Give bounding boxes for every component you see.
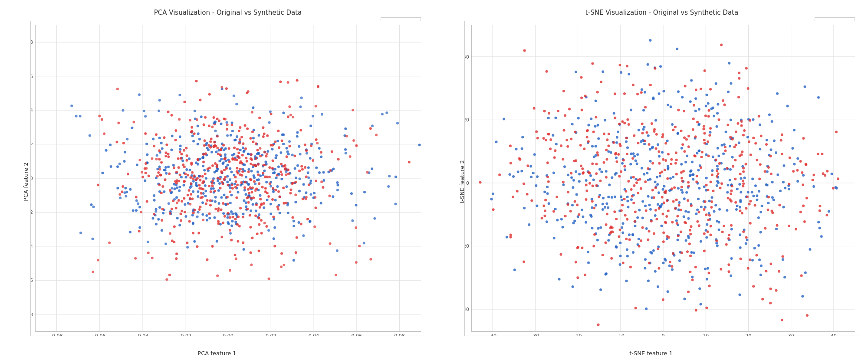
svg-point-1042 <box>776 173 779 176</box>
svg-point-793 <box>249 226 252 229</box>
svg-point-1634 <box>749 222 752 225</box>
svg-point-270 <box>245 201 247 204</box>
svg-point-1491 <box>714 204 717 206</box>
svg-point-373 <box>275 154 278 157</box>
svg-point-786 <box>203 144 206 147</box>
svg-point-1068 <box>632 152 635 155</box>
svg-point-1857 <box>574 200 576 203</box>
svg-point-719 <box>216 118 219 120</box>
svg-point-1485 <box>689 100 692 103</box>
svg-point-1176 <box>760 211 762 213</box>
svg-point-944 <box>224 118 227 121</box>
svg-point-1135 <box>756 199 758 201</box>
svg-point-484 <box>286 155 288 158</box>
svg-point-1721 <box>700 166 702 169</box>
svg-point-1833 <box>742 230 745 233</box>
svg-point-770 <box>250 157 252 160</box>
svg-point-423 <box>207 148 210 151</box>
svg-point-1338 <box>700 240 702 243</box>
svg-point-230 <box>250 209 252 212</box>
svg-point-1889 <box>641 122 644 125</box>
svg-point-788 <box>264 175 266 178</box>
svg-point-1996 <box>748 141 750 143</box>
svg-point-531 <box>240 174 243 177</box>
svg-point-622 <box>236 167 238 170</box>
svg-point-539 <box>178 199 180 202</box>
svg-point-1623 <box>556 196 558 198</box>
svg-point-1577 <box>680 130 683 132</box>
svg-point-2009 <box>781 255 784 258</box>
svg-point-1586 <box>715 239 718 242</box>
svg-point-410 <box>197 195 199 198</box>
svg-point-1522 <box>707 155 710 157</box>
svg-point-1118 <box>614 196 616 198</box>
svg-point-1896 <box>614 153 617 155</box>
svg-point-1817 <box>554 149 556 152</box>
svg-point-870 <box>373 217 376 220</box>
svg-point-1462 <box>698 287 701 290</box>
svg-point-1895 <box>597 324 600 326</box>
svg-point-779 <box>191 198 194 200</box>
svg-point-73 <box>229 202 232 204</box>
svg-point-1658 <box>687 135 690 137</box>
svg-point-1151 <box>705 154 708 156</box>
svg-point-263 <box>158 206 161 209</box>
svg-point-462 <box>259 155 262 157</box>
svg-point-1803 <box>618 123 621 125</box>
svg-point-1257 <box>760 265 763 267</box>
svg-point-1844 <box>671 187 673 190</box>
svg-point-1175 <box>647 134 650 137</box>
svg-point-1980 <box>709 88 712 91</box>
svg-point-1188 <box>669 177 672 180</box>
svg-point-1677 <box>712 190 715 192</box>
svg-point-574 <box>274 141 276 143</box>
svg-point-1742 <box>696 175 698 177</box>
svg-point-1686 <box>593 233 596 236</box>
svg-point-1297 <box>621 162 624 165</box>
svg-point-1376 <box>771 196 774 199</box>
svg-point-370 <box>286 147 288 150</box>
svg-point-1511 <box>681 147 683 150</box>
svg-point-728 <box>190 131 193 133</box>
svg-point-453 <box>187 174 189 177</box>
svg-text:0.06: 0.06 <box>31 74 33 79</box>
svg-point-1448 <box>654 181 657 183</box>
svg-point-568 <box>177 157 180 160</box>
svg-point-922 <box>97 259 99 262</box>
svg-point-1530 <box>704 200 707 203</box>
svg-point-1195 <box>521 136 524 138</box>
svg-point-1476 <box>632 251 635 254</box>
svg-point-1095 <box>668 265 671 267</box>
svg-point-612 <box>174 139 177 141</box>
svg-point-678 <box>301 168 304 171</box>
svg-text:-0.02: -0.02 <box>179 333 191 336</box>
svg-point-987 <box>145 167 148 170</box>
svg-point-1728 <box>742 134 745 137</box>
svg-point-184 <box>279 212 281 214</box>
svg-point-513 <box>173 226 176 228</box>
svg-point-1799 <box>717 173 720 175</box>
svg-point-326 <box>220 123 223 125</box>
svg-point-918 <box>138 159 141 161</box>
svg-point-1291 <box>617 131 619 133</box>
svg-text:0: 0 <box>662 333 665 336</box>
svg-point-743 <box>164 178 167 181</box>
svg-point-1687 <box>587 140 590 143</box>
svg-point-1384 <box>730 118 732 121</box>
svg-point-1628 <box>739 154 741 157</box>
svg-point-1705 <box>765 143 768 146</box>
svg-point-1393 <box>712 155 714 158</box>
svg-point-1983 <box>789 157 791 159</box>
svg-point-243 <box>178 224 181 226</box>
svg-point-433 <box>231 130 234 132</box>
svg-point-1625 <box>585 198 587 201</box>
svg-point-1521 <box>654 186 657 189</box>
svg-point-1496 <box>716 165 719 167</box>
svg-point-1706 <box>603 133 605 135</box>
svg-point-990 <box>220 86 223 88</box>
svg-point-665 <box>280 173 283 176</box>
svg-text:-40: -40 <box>465 307 469 312</box>
svg-point-1991 <box>708 214 711 216</box>
svg-point-868 <box>312 115 314 118</box>
svg-point-1364 <box>572 285 574 288</box>
